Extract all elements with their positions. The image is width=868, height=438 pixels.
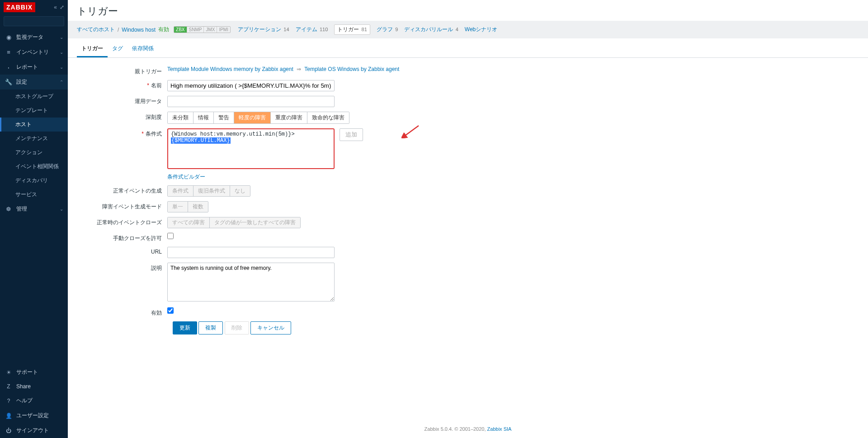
sev-info[interactable]: 情報 <box>193 112 213 123</box>
subnav-maintenance[interactable]: メンテナンス <box>0 132 68 146</box>
nav-label: Share <box>16 383 31 390</box>
sidebar-header: ZABBIX « ⤢ <box>0 0 68 14</box>
cancel-button[interactable]: キャンセル <box>250 321 291 334</box>
hostnav-applications[interactable]: アプリケーション 14 <box>238 26 289 33</box>
subnav-hostgroups[interactable]: ホストグループ <box>0 89 68 104</box>
expression-label: 条件式 <box>77 128 167 138</box>
subnav-services[interactable]: サービス <box>0 188 68 202</box>
nav-label: サポート <box>16 368 38 376</box>
footer-text: Zabbix 5.0.4. © 2001–2020, <box>425 426 487 432</box>
nav-label: 管理 <box>16 205 27 213</box>
page-title: トリガー <box>77 5 859 18</box>
nav-help[interactable]: ?ヘルプ <box>0 393 68 408</box>
sev-disaster[interactable]: 致命的な障害 <box>307 112 349 123</box>
annotation-arrow-icon <box>401 125 420 138</box>
bc-all-hosts[interactable]: すべてのホスト <box>77 26 115 33</box>
chevron-down-icon: ⌄ <box>60 65 63 70</box>
subnav-templates[interactable]: テンプレート <box>0 104 68 118</box>
chevron-down-icon: ⌄ <box>60 50 63 55</box>
url-input[interactable] <box>167 247 335 258</box>
pbmode-label: 障害イベント生成モード <box>77 201 167 211</box>
subnav-actions[interactable]: アクション <box>0 146 68 160</box>
nav-admin[interactable]: ☸管理⌄ <box>0 202 68 217</box>
tab-trigger[interactable]: トリガー <box>77 41 108 57</box>
okevent-expr[interactable]: 条件式 <box>168 186 193 196</box>
badge-jmx[interactable]: JMX <box>203 27 217 33</box>
badge-zbx[interactable]: ZBX <box>174 27 186 33</box>
nav-monitoring[interactable]: ◉監視データ⌄ <box>0 30 68 45</box>
enabled-checkbox[interactable] <box>167 307 174 314</box>
tab-dependencies[interactable]: 依存関係 <box>127 41 158 57</box>
nav-label: 監視データ <box>16 33 43 41</box>
sev-high[interactable]: 重度の障害 <box>270 112 307 123</box>
badge-snmp[interactable]: SNMP <box>187 27 204 33</box>
nav-reports[interactable]: ⬪レポート⌄ <box>0 60 68 75</box>
url-label: URL <box>77 247 167 255</box>
hostnav-triggers[interactable]: トリガー 81 <box>334 24 370 35</box>
okclose-tagmatch[interactable]: タグの値が一致したすべての障害 <box>209 217 300 228</box>
name-input[interactable] <box>167 80 335 91</box>
expression-builder-link[interactable]: 条件式ビルダー <box>167 173 205 181</box>
okevent-recovery[interactable]: 復旧条件式 <box>193 186 230 196</box>
bc-sep: / <box>118 27 119 33</box>
manualclose-checkbox[interactable] <box>167 233 174 239</box>
sidebar-collapse-icon[interactable]: « <box>54 4 57 10</box>
arrow-icon: ⇒ <box>297 66 301 72</box>
nav-support[interactable]: ☀サポート <box>0 365 68 380</box>
description-textarea[interactable]: The system is running out of free memory… <box>167 263 335 301</box>
okclose-all[interactable]: すべての障害 <box>168 217 209 228</box>
pbmode-multiple[interactable]: 複数 <box>188 202 208 212</box>
subnav-hosts[interactable]: ホスト <box>0 118 68 132</box>
okevent-label: 正常イベントの生成 <box>77 185 167 195</box>
enabled-label: 有効 <box>77 307 167 317</box>
parent-trigger-link2[interactable]: Template OS Windows by Zabbix agent <box>304 66 399 72</box>
pbmode-single[interactable]: 単一 <box>168 202 188 212</box>
nav-label: サインアウト <box>16 427 49 434</box>
expression-textarea[interactable] <box>167 128 335 169</box>
okclose-label: 正常時のイベントクローズ <box>77 217 167 226</box>
nav-label: ユーザー設定 <box>16 412 49 419</box>
zabbix-logo[interactable]: ZABBIX <box>4 2 35 12</box>
nav-configuration[interactable]: 🔧設定⌃ <box>0 75 68 89</box>
sev-warning[interactable]: 警告 <box>213 112 234 123</box>
chevron-down-icon: ⌄ <box>60 207 63 212</box>
power-icon: ⏻ <box>5 428 13 434</box>
clone-button[interactable]: 複製 <box>198 321 223 334</box>
help-icon: ? <box>5 398 13 404</box>
manualclose-label: 手動クローズを許可 <box>77 233 167 242</box>
sev-unclassified[interactable]: 未分類 <box>168 112 193 123</box>
nav-signout[interactable]: ⏻サインアウト <box>0 423 68 438</box>
sidebar-hide-icon[interactable]: ⤢ <box>60 4 64 10</box>
badge-ipmi[interactable]: IPMI <box>217 27 230 33</box>
expression-add-button[interactable]: 追加 <box>340 128 363 141</box>
bc-host[interactable]: Windows host <box>122 27 156 33</box>
user-icon: 👤 <box>5 413 13 419</box>
severity-label: 深刻度 <box>77 112 167 121</box>
eye-icon: ◉ <box>5 34 13 41</box>
name-label: 名前 <box>77 80 167 89</box>
hostnav-graphs[interactable]: グラフ 9 <box>377 26 398 33</box>
nav-label: インベントリ <box>16 48 49 56</box>
subnav-eventcorr[interactable]: イベント相関関係 <box>0 160 68 174</box>
nav-share[interactable]: ZShare <box>0 380 68 393</box>
nav-usersettings[interactable]: 👤ユーザー設定 <box>0 408 68 423</box>
nav-inventory[interactable]: ≡インベントリ⌄ <box>0 45 68 60</box>
sev-average[interactable]: 軽度の障害 <box>234 112 270 123</box>
hostnav-discovery[interactable]: ディスカバリルール 4 <box>404 26 458 33</box>
hostnav-items[interactable]: アイテム 110 <box>296 26 328 33</box>
main-content: トリガー すべてのホスト / Windows host 有効 ZBX SNMP … <box>68 0 868 438</box>
footer-link[interactable]: Zabbix SIA <box>487 426 512 432</box>
search-box[interactable]: 🔍 <box>4 16 64 26</box>
hostnav-web[interactable]: Webシナリオ <box>465 26 497 33</box>
search-input[interactable] <box>7 18 75 24</box>
opdata-input[interactable] <box>167 96 335 107</box>
nav-label: ヘルプ <box>16 397 33 405</box>
chart-icon: ⬪ <box>5 64 13 71</box>
subnav-discovery[interactable]: ディスカバリ <box>0 174 68 188</box>
tabs: トリガー タグ 依存関係 <box>68 41 868 58</box>
update-button[interactable]: 更新 <box>173 321 197 334</box>
share-icon: Z <box>5 383 13 390</box>
parent-trigger-link1[interactable]: Template Module Windows memory by Zabbix… <box>167 66 293 72</box>
tab-tags[interactable]: タグ <box>108 41 127 57</box>
okevent-none[interactable]: なし <box>230 186 250 196</box>
